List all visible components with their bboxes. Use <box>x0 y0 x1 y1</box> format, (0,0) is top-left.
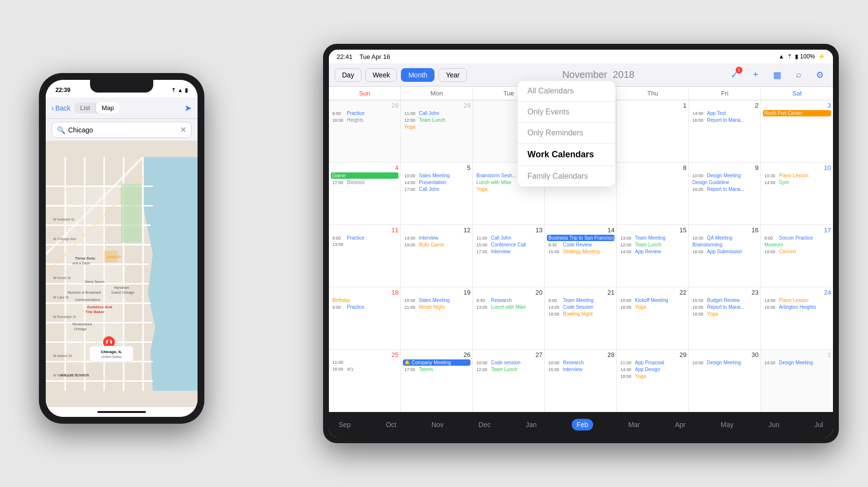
cal-day[interactable]: 3 North Port Center <box>761 100 833 162</box>
event[interactable]: North Port Center <box>763 110 831 116</box>
event[interactable]: Birthday <box>331 297 398 303</box>
cal-day[interactable]: 13 11:00 Call John 15:00 Conference Call… <box>473 225 545 287</box>
cal-day[interactable]: 9 10:00 Design Meeting Design Guideline … <box>689 163 761 225</box>
event[interactable]: 17:00 Interview <box>475 248 542 255</box>
month-tab[interactable]: Month <box>401 68 434 82</box>
cal-day[interactable]: 30 10:00 Design Meeting <box>689 350 761 412</box>
event[interactable]: 18:00 Yoga <box>619 304 687 310</box>
cal-day[interactable]: 5 10:00 Sales Meeting 14:00 Presentation… <box>401 163 473 225</box>
cal-day[interactable]: 24 14:00 Piano Lesson 16:00 Arlington He… <box>761 287 833 349</box>
event[interactable]: 14:00 Code Session <box>547 304 615 310</box>
event[interactable]: 14:00 Gym <box>763 179 831 186</box>
event[interactable]: 12:00 Team Lunch <box>619 242 687 248</box>
settings-button[interactable]: ⚙ <box>813 68 827 82</box>
event[interactable]: 10:00 Kickoff Meeting <box>619 297 687 303</box>
event[interactable]: 18:00 Yoga <box>619 373 687 379</box>
event[interactable]: 14:00 Presentation <box>403 179 470 186</box>
cal-day[interactable]: 15 13:00 Team Meeting 12:00 Team Lunch 1… <box>617 225 689 287</box>
cal-day[interactable]: 22 10:00 Kickoff Meeting 18:00 Yoga <box>617 287 689 349</box>
cal-day[interactable]: 17 9:00 Soccer Practice Museum 19:00 Con… <box>761 225 833 287</box>
filter-only-reminders[interactable]: Only Reminders <box>518 123 615 144</box>
month-oct[interactable]: Oct <box>386 421 397 429</box>
event[interactable]: 16:00 Arlington Heights <box>763 304 831 310</box>
event[interactable]: 15:00 Strategy Meeting <box>547 248 615 255</box>
cal-day[interactable]: 8 <box>617 163 689 225</box>
event[interactable]: 16:00 ary <box>331 366 398 372</box>
search-input[interactable] <box>68 126 177 134</box>
back-button[interactable]: ‹ Back <box>52 104 71 112</box>
event[interactable]: 9:00 Soccer Practice <box>763 235 831 241</box>
event[interactable]: Brainstorming <box>691 242 759 248</box>
list-map-segcontrol[interactable]: List Map <box>74 102 120 113</box>
month-may[interactable]: May <box>721 421 733 429</box>
month-apr[interactable]: Apr <box>675 421 686 429</box>
month-mar[interactable]: Mar <box>628 421 640 429</box>
navigate-icon[interactable]: ➤ <box>184 103 192 113</box>
month-sep[interactable]: Sep <box>339 421 351 429</box>
event[interactable]: 9:00 Practice <box>331 110 398 116</box>
event[interactable]: 17:00 Call John <box>403 186 470 192</box>
event[interactable]: 18:00 Bowling Night <box>547 311 615 317</box>
event[interactable]: Yoga <box>403 124 470 130</box>
map-view[interactable]: W Hubbard St W Chicago Ave W Kinzie St W… <box>46 141 198 407</box>
cal-day[interactable]: 2 14:00 App Test 16:00 Report to Mana... <box>689 100 761 162</box>
event[interactable]: 10:00 Code session <box>475 359 542 366</box>
event[interactable]: 12:00 Team Lunch <box>403 117 470 123</box>
cal-day[interactable]: 14 Business Trip to San Francisco 9:30 C… <box>545 225 617 287</box>
event[interactable]: 17:00 Bleseed <box>331 179 398 186</box>
cal-day[interactable]: 29 11:00 Call John 12:00 Team Lunch Yoga <box>401 100 473 162</box>
month-jun[interactable]: Jun <box>768 421 779 429</box>
event[interactable]: 17:00 Tennis <box>403 366 470 373</box>
cal-day[interactable]: 28 10:00 Research 15:00 Interview <box>545 350 617 412</box>
cal-day[interactable]: 27 10:00 Code session 12:00 Team Lunch <box>473 350 545 412</box>
cal-day[interactable]: 21 9:00 Team Meeting 14:00 Code Session … <box>545 287 617 349</box>
event[interactable]: 9:00 Practice <box>331 235 398 241</box>
event[interactable]: 15:00 Conference Call <box>475 242 542 248</box>
event[interactable]: 9:30 Code Review <box>547 242 615 248</box>
cal-day[interactable]: 19 10:00 Sales Meeting 21:00 Movie Night <box>401 287 473 349</box>
cal-day[interactable]: 10 10:30 Piano Lesson 14:00 Gym <box>761 163 833 225</box>
search-bar[interactable]: 🔍 ✕ <box>52 122 192 138</box>
month-jul[interactable]: Jul <box>814 421 823 429</box>
month-jan[interactable]: Jan <box>525 421 537 429</box>
event[interactable]: Game <box>331 172 398 179</box>
event[interactable]: 21:00 Movie Night <box>403 304 470 310</box>
year-tab[interactable]: Year <box>438 68 467 82</box>
event[interactable]: 13:00 <box>331 242 398 247</box>
event[interactable]: 19:00 Concert <box>763 248 831 255</box>
cal-day[interactable]: 16 10:30 QA Meeting Brainstorming 16:00 … <box>689 225 761 287</box>
week-tab[interactable]: Week <box>365 68 398 82</box>
event[interactable]: 15:00 Budget Review <box>691 297 759 303</box>
month-feb[interactable]: Feb <box>572 419 593 431</box>
event[interactable]: 10:00 Sales Meeting <box>403 297 470 303</box>
search-button[interactable]: ⌕ <box>791 68 806 82</box>
event[interactable]: 13:00 Team Meeting <box>619 235 687 241</box>
event[interactable]: 10:30 QA Meeting <box>691 235 759 241</box>
filter-work-calendars[interactable]: Work Calendars <box>518 144 615 166</box>
event[interactable]: 14:00 App Review <box>619 248 687 255</box>
filter-all-calendars[interactable]: All Calendars <box>518 81 615 102</box>
cal-day[interactable]: 11 9:00 Practice 13:00 <box>329 225 401 287</box>
cal-day[interactable]: 26 🔔 Company Meeting 17:00 Tennis <box>401 350 473 412</box>
event[interactable]: 11:00 Call John <box>403 110 470 116</box>
month-nov[interactable]: Nov <box>432 421 444 429</box>
cal-day[interactable]: 12 14:00 Interview 19:00 Bulls Game <box>401 225 473 287</box>
cal-day[interactable]: 18 Birthday 9:00 Practice <box>329 287 401 349</box>
day-tab[interactable]: Day <box>335 68 362 82</box>
event[interactable]: 10:00 Design Meeting <box>691 172 759 179</box>
calendar-view-button[interactable]: ▦ <box>770 68 784 82</box>
event[interactable]: 18:00 Yoga <box>691 311 759 317</box>
event[interactable]: 16:00 App Submission <box>691 248 759 255</box>
event[interactable]: 10:30 Piano Lesson <box>763 172 831 179</box>
event[interactable]: 14:00 App Test <box>691 110 759 116</box>
filter-only-events[interactable]: Only Events <box>518 102 615 123</box>
event[interactable]: 9:30 Research <box>475 297 542 303</box>
cal-day[interactable]: 23 15:00 Budget Review 16:00 Report to M… <box>689 287 761 349</box>
event[interactable]: 9:00 Team Meeting <box>547 297 615 303</box>
event[interactable]: 11:00 App Proposal <box>619 359 687 366</box>
event[interactable]: 14:00 Piano Lesson <box>763 297 831 303</box>
event[interactable]: 13:00 Lunch with Mike <box>475 304 542 310</box>
event[interactable]: 16:00 Report to Mana... <box>691 186 759 192</box>
event[interactable]: Museum <box>763 242 831 248</box>
event[interactable]: Design Guideline <box>691 179 759 186</box>
